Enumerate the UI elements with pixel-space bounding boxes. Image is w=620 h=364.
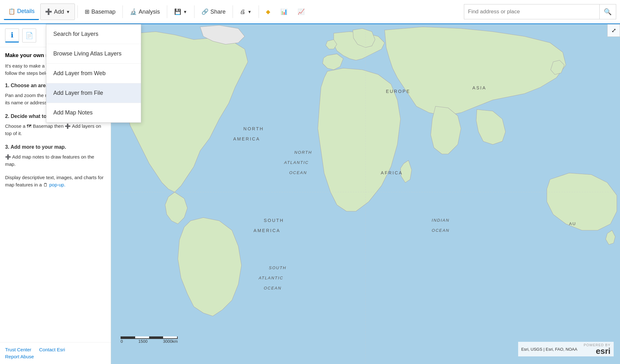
share-label: Share (210, 9, 226, 15)
dropdown-item-add-map-notes[interactable]: Add Map Notes (46, 103, 141, 122)
details-button[interactable]: 📋 Details (4, 3, 39, 20)
share-icon: 🔗 (201, 8, 208, 15)
divider4 (194, 5, 195, 18)
directions-icon: ◆ (266, 8, 270, 15)
save-button[interactable]: 💾 ▼ (170, 3, 192, 20)
esri-brand: esri (596, 347, 610, 355)
dropdown-item-browse-atlas[interactable]: Browse Living Atlas Layers (46, 44, 141, 64)
step3-title: 3. Add more to your map. (5, 143, 106, 151)
report-abuse-link[interactable]: Report Abuse (5, 354, 34, 359)
save-icon: 💾 (174, 8, 181, 15)
scale-3000: 3000km (163, 339, 178, 344)
attribution: Esri, USGS | Esri, FAO, NOAA POWERED BY … (518, 342, 614, 356)
expand-icon: ⤢ (611, 27, 616, 34)
search-button[interactable]: 🔍 (599, 4, 616, 19)
table-button[interactable]: 📊 (276, 3, 292, 20)
map-area[interactable]: NORTH AMERICA EUROPE ASIA AFRICA SOUTH A… (111, 24, 620, 364)
table-icon: 📊 (280, 8, 287, 15)
search-input[interactable] (464, 4, 599, 19)
trust-center-link[interactable]: Trust Center (5, 347, 31, 352)
dropdown-item-search-layers[interactable]: Search for Layers (46, 24, 141, 44)
basemap-label: Basemap (91, 9, 115, 15)
divider2 (122, 5, 123, 18)
step2-text: Choose a 🗺 Basemap then ➕ Add layers on … (5, 123, 106, 137)
scale-ruler (121, 336, 178, 339)
dropdown-menu: Search for Layers Browse Living Atlas La… (46, 24, 141, 123)
popup-link[interactable]: pop-up. (49, 182, 65, 187)
contact-esri-link[interactable]: Contact Esri (39, 347, 65, 352)
scale-bar: 0 1500 3000km (121, 336, 178, 344)
expand-map-button[interactable]: ⤢ (607, 24, 620, 37)
print-icon: 🖨 (240, 9, 246, 15)
divider1 (77, 5, 78, 18)
save-dropdown-icon: ▼ (183, 10, 187, 14)
sidebar-footer: Trust Center Contact Esri Report Abuse (0, 342, 111, 364)
analysis-button[interactable]: 🔬 Analysis (125, 3, 164, 20)
sidebar-list-button[interactable]: 📄 (22, 29, 36, 42)
add-label: Add (54, 9, 64, 15)
divider3 (167, 5, 167, 18)
footer-row1: Trust Center Contact Esri (5, 347, 106, 353)
step3-text1: ➕ Add map notes to draw features on the … (5, 153, 106, 168)
esri-logo: POWERED BY esri (584, 343, 610, 355)
chevron-down-icon: ▼ (66, 10, 70, 14)
toolbar: 📋 Details ➕ Add ▼ ⊞ Basemap 🔬 Analysis 💾… (0, 0, 620, 24)
print-dropdown-icon: ▼ (247, 10, 252, 14)
scale-1500: 1500 (138, 339, 148, 344)
divider6 (259, 5, 259, 18)
map-svg (111, 24, 620, 364)
info-icon: ℹ (11, 31, 13, 39)
list-icon: 📄 (25, 32, 33, 39)
search-box: 🔍 (464, 4, 616, 19)
search-icon: 🔍 (604, 8, 612, 16)
dropdown-item-add-from-file[interactable]: Add Layer from File (46, 83, 141, 103)
add-icon: ➕ (45, 8, 52, 15)
step3-text2: Display descriptive text, images, and ch… (5, 174, 106, 188)
scale-line (121, 336, 178, 339)
directions-button[interactable]: ◆ (261, 3, 275, 20)
analysis-icon: 🔬 (130, 8, 137, 15)
dropdown-item-add-from-web[interactable]: Add Layer from Web (46, 64, 141, 83)
basemap-icon: ⊞ (85, 8, 89, 15)
attribution-text: Esri, USGS | Esri, FAO, NOAA (521, 347, 577, 352)
details-label: Details (17, 8, 35, 15)
collapse-handle[interactable]: ◀ (111, 186, 111, 202)
scale-labels: 0 1500 3000km (121, 339, 178, 344)
footer-row2: Report Abuse (5, 354, 106, 360)
popup-icon: 🗒 (43, 182, 49, 187)
add-button[interactable]: ➕ Add ▼ (40, 3, 75, 20)
chart-icon: 📈 (298, 8, 305, 15)
print-button[interactable]: 🖨 ▼ (235, 3, 256, 20)
basemap-button[interactable]: ⊞ Basemap (80, 3, 120, 20)
scale-0: 0 (121, 339, 123, 344)
divider5 (233, 5, 233, 18)
sidebar-info-button[interactable]: ℹ (5, 29, 19, 42)
share-button[interactable]: 🔗 Share (197, 3, 230, 20)
chart-button[interactable]: 📈 (293, 3, 309, 20)
analysis-label: Analysis (139, 9, 160, 15)
details-icon: 📋 (8, 8, 15, 15)
